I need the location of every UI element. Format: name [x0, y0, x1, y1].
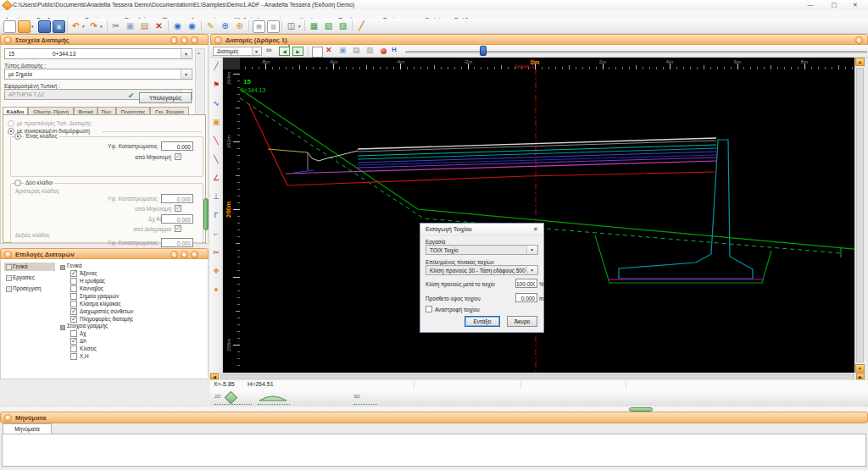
- undo-icon[interactable]: ↶: [70, 20, 81, 31]
- category-approach[interactable]: Προσέγγιση: [4, 285, 55, 293]
- options-panel-header[interactable]: Επιλογές Διατομών ▴ ● ✕: [0, 248, 209, 259]
- checkbox-xh[interactable]: [70, 353, 77, 360]
- brush-icon[interactable]: ╱: [356, 20, 367, 31]
- undo-dropdown-icon[interactable]: ▾: [82, 24, 85, 29]
- panel-close-icon[interactable]: ✕: [191, 36, 198, 44]
- checkbox-dh[interactable]: [70, 338, 77, 345]
- messages-panel-header[interactable]: Μηνύματα: [0, 412, 868, 423]
- minimize-button[interactable]: —: [804, 1, 816, 8]
- left-deck-height-field[interactable]: [161, 194, 193, 203]
- radio-two-branches[interactable]: [14, 180, 21, 186]
- delete-section-icon[interactable]: ✕: [326, 46, 332, 54]
- copy-icon[interactable]: ▣: [125, 20, 136, 31]
- cancel-button[interactable]: Άκυρο: [507, 316, 537, 327]
- copy-section-icon[interactable]: ▣: [339, 46, 347, 54]
- station-slider-track[interactable]: [405, 51, 867, 53]
- scroll-up-icon[interactable]: ▲: [855, 58, 865, 66]
- panel-collapse-icon[interactable]: ▴: [170, 36, 178, 44]
- station-slider-thumb[interactable]: [480, 46, 487, 56]
- flag-icon[interactable]: ⚑: [211, 80, 221, 90]
- sections-panel-header[interactable]: Διατομές (Δρόμος 1) ▴: [210, 34, 868, 45]
- checkbox-separators[interactable]: [70, 308, 77, 315]
- deck-height-field[interactable]: [161, 141, 193, 151]
- panel-close-icon[interactable]: ✕: [191, 251, 198, 258]
- chevron-down-icon[interactable]: ▾: [526, 246, 537, 254]
- offset-tool-icon[interactable]: Γ: [211, 210, 221, 220]
- dialog-title-bar[interactable]: Εισαγωγή Τοιχίου ✕: [420, 224, 543, 235]
- checkbox-grade-line[interactable]: [70, 278, 77, 285]
- scroll-left-icon[interactable]: ◀: [210, 373, 219, 379]
- thumbnail-2d-plan[interactable]: 2D: [214, 390, 252, 405]
- panel-collapse-icon[interactable]: ▴: [855, 36, 863, 44]
- zoom-section-icon[interactable]: ▥: [366, 46, 374, 54]
- angle-tool-icon[interactable]: ∠: [211, 173, 221, 183]
- open-dropdown-icon[interactable]: ▾: [31, 24, 34, 29]
- category-general[interactable]: Γενικά: [4, 263, 55, 271]
- ok-button[interactable]: Εντάξει: [465, 316, 500, 327]
- chevron-down-icon[interactable]: ▾: [252, 47, 260, 55]
- pencil-icon[interactable]: ✎: [205, 20, 216, 31]
- rename-section-icon[interactable]: ▤: [353, 46, 360, 54]
- perpendicular-tool-icon[interactable]: ⊥: [211, 191, 221, 202]
- canvas-hscrollbar[interactable]: ◀ ▶: [210, 373, 865, 379]
- image-tool-icon[interactable]: ▣: [211, 117, 221, 127]
- redo-dropdown-icon[interactable]: ▾: [100, 24, 103, 29]
- page-setup-icon[interactable]: ▥: [267, 20, 280, 33]
- find-section-icon[interactable]: ∞: [266, 46, 271, 54]
- save-all-icon[interactable]: ▣: [53, 20, 65, 33]
- chevron-down-icon[interactable]: ▾: [526, 266, 537, 274]
- green-window-3-icon[interactable]: ▨: [337, 20, 348, 31]
- vscroll-thumb[interactable]: [856, 68, 864, 362]
- checkbox-scale-fraction[interactable]: [70, 301, 77, 307]
- checkbox-line-points[interactable]: [70, 293, 77, 300]
- category-works[interactable]: Εργασίες: [4, 274, 55, 282]
- radio-custom[interactable]: [8, 128, 14, 135]
- flip-wall-checkbox[interactable]: [426, 306, 432, 312]
- radio-one-branch[interactable]: [14, 133, 21, 140]
- paste-icon[interactable]: ▤: [139, 20, 150, 31]
- section-type-combo[interactable]: με Σημεία ▾: [4, 69, 192, 80]
- tree-node-icon[interactable]: [60, 265, 65, 270]
- previous-section-icon[interactable]: ◀: [279, 47, 290, 56]
- next-section-icon[interactable]: ▶: [292, 47, 303, 56]
- page-preview-icon[interactable]: ▤: [253, 20, 265, 33]
- panel-pin-icon[interactable]: ●: [181, 36, 188, 44]
- tree-node-icon[interactable]: [60, 325, 65, 330]
- sections-mode-combo[interactable]: Διατομές ▾: [213, 47, 262, 56]
- maximize-button[interactable]: ▢: [828, 1, 840, 8]
- right-deck-height-field[interactable]: [161, 238, 193, 247]
- curve-icon[interactable]: ∿: [211, 98, 221, 108]
- zoom-extents-icon[interactable]: ◉: [172, 20, 183, 31]
- sun-tool-icon[interactable]: ●: [211, 285, 221, 295]
- panel-pin-icon[interactable]: ●: [181, 251, 188, 258]
- green-window-icon[interactable]: ▦: [309, 20, 320, 31]
- window-split-dropdown-icon[interactable]: ▾: [298, 24, 301, 29]
- magnifier-plus-icon[interactable]: ⊕: [234, 20, 245, 31]
- trim-tool-icon[interactable]: ✂: [211, 247, 221, 257]
- green-window-2-icon[interactable]: ▧: [323, 20, 334, 31]
- new-section-icon[interactable]: [312, 47, 323, 58]
- open-file-icon[interactable]: [18, 20, 31, 33]
- save-icon[interactable]: [38, 20, 51, 33]
- checkbox-axis[interactable]: [70, 270, 77, 277]
- slope-tool-2-icon[interactable]: ╲: [211, 154, 221, 164]
- dx-axis-field[interactable]: [161, 214, 193, 224]
- cut-icon[interactable]: ✂: [110, 20, 121, 31]
- chevron-down-icon[interactable]: ▾: [181, 49, 191, 58]
- scroll-right-icon[interactable]: ▶: [856, 373, 865, 379]
- checkbox-slopes[interactable]: [70, 346, 77, 352]
- slope-tool-icon[interactable]: ╲: [211, 135, 221, 146]
- panel-collapse-icon[interactable]: ▴: [170, 251, 178, 258]
- magnifier-icon[interactable]: ⊕: [220, 20, 231, 31]
- chevron-down-icon[interactable]: ▾: [181, 69, 191, 79]
- height-tool-icon[interactable]: H: [392, 46, 397, 53]
- checkbox-section-info[interactable]: [70, 316, 77, 323]
- slope-after-wall-field[interactable]: [515, 279, 537, 288]
- checkbox-dx[interactable]: [70, 330, 77, 337]
- canvas-vscrollbar[interactable]: ▲ ▼: [854, 58, 865, 373]
- wall-tool-icon[interactable]: ❖: [211, 266, 221, 276]
- record-icon[interactable]: [381, 48, 387, 54]
- scroll-up-icon[interactable]: ▴: [198, 50, 200, 55]
- splitter-handle[interactable]: [203, 198, 209, 230]
- thumbnail-longitudinal[interactable]: [258, 390, 290, 405]
